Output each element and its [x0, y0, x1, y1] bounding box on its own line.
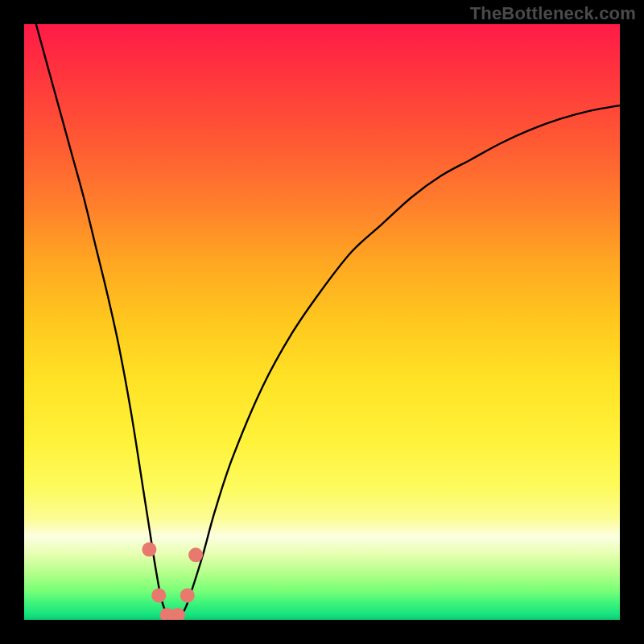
watermark-text: TheBottleneck.com: [470, 3, 636, 24]
bottleneck-curve-svg: [24, 24, 620, 620]
plot-area: [24, 24, 620, 620]
curve-marker: [142, 543, 156, 557]
curve-marker: [171, 608, 185, 620]
chart-frame: TheBottleneck.com: [0, 0, 644, 644]
curve-marker: [188, 547, 203, 562]
curve-marker: [151, 588, 166, 603]
curve-marker: [180, 588, 195, 603]
bottleneck-curve: [36, 24, 620, 620]
